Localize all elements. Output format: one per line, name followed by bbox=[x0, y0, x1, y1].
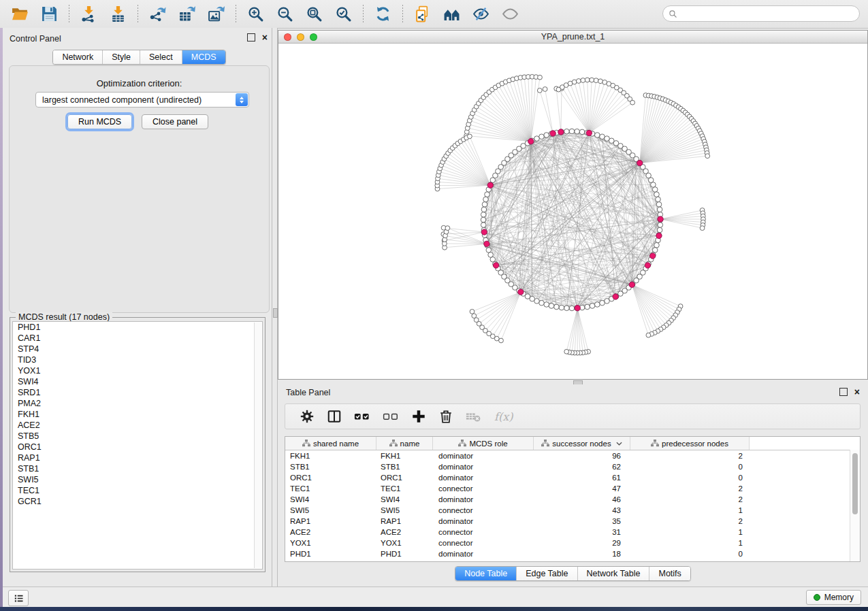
clone-network-icon[interactable] bbox=[413, 5, 432, 23]
table-cell: 2 bbox=[630, 450, 750, 461]
mcds-list-scrollbar[interactable] bbox=[254, 323, 261, 568]
table-row[interactable]: SWI5SWI5connector431 bbox=[285, 505, 860, 516]
mcds-node[interactable] bbox=[650, 253, 656, 259]
tab-motifs[interactable]: Motifs bbox=[649, 567, 690, 580]
table-row[interactable]: FKH1FKH1dominator962 bbox=[285, 450, 860, 461]
column-header-name[interactable]: name bbox=[376, 437, 433, 450]
tab-select[interactable]: Select bbox=[140, 50, 182, 64]
mcds-node[interactable] bbox=[493, 263, 498, 268]
import-table-icon[interactable] bbox=[109, 5, 127, 23]
refresh-icon[interactable] bbox=[374, 5, 392, 23]
tab-style[interactable]: Style bbox=[102, 50, 140, 64]
select-all-icon[interactable] bbox=[354, 409, 370, 424]
import-network-icon[interactable] bbox=[80, 5, 98, 23]
table-row[interactable]: STB1STB1dominator620 bbox=[285, 461, 860, 472]
search-input[interactable] bbox=[681, 7, 854, 20]
mcds-node[interactable] bbox=[658, 216, 663, 222]
mcds-result-item[interactable]: SRD1 bbox=[13, 387, 262, 398]
tab-edge-table[interactable]: Edge Table bbox=[516, 567, 577, 580]
task-history-button[interactable] bbox=[8, 590, 29, 606]
table-row[interactable]: TEC1TEC1connector472 bbox=[285, 483, 860, 494]
split-panel-icon[interactable] bbox=[327, 409, 342, 424]
mcds-result-item[interactable]: PMA2 bbox=[13, 398, 262, 409]
mcds-node[interactable] bbox=[481, 229, 487, 235]
network-overview-icon[interactable] bbox=[443, 5, 461, 23]
column-header-predecessor-nodes[interactable]: predecessor nodes bbox=[630, 437, 750, 450]
mcds-result-item[interactable]: SWI5 bbox=[13, 474, 262, 485]
run-mcds-button[interactable]: Run MCDS bbox=[67, 114, 132, 129]
mcds-node[interactable] bbox=[575, 306, 580, 311]
settings-gear-icon[interactable] bbox=[300, 409, 315, 424]
close-panel-icon[interactable]: × bbox=[262, 33, 268, 42]
open-file-icon[interactable] bbox=[11, 5, 29, 23]
show-details-icon bbox=[501, 5, 519, 23]
mcds-node[interactable] bbox=[637, 160, 643, 165]
save-icon[interactable] bbox=[40, 5, 59, 23]
mcds-node[interactable] bbox=[558, 129, 564, 135]
column-header-successor-nodes[interactable]: successor nodes bbox=[534, 437, 630, 450]
mcds-result-item[interactable]: STB1 bbox=[13, 463, 262, 474]
table-row[interactable]: YOX1YOX1connector291 bbox=[285, 538, 860, 548]
close-panel-icon[interactable]: × bbox=[854, 388, 860, 396]
column-header-shared-name[interactable]: shared name bbox=[285, 437, 376, 450]
table-row[interactable]: ORC1ORC1dominator610 bbox=[285, 472, 860, 483]
float-panel-icon[interactable] bbox=[839, 388, 848, 396]
mcds-result-item[interactable]: PHD1 bbox=[13, 322, 262, 333]
table-row[interactable]: ACE2ACE2connector311 bbox=[285, 527, 860, 538]
mcds-result-item[interactable]: CAR1 bbox=[13, 333, 262, 344]
tab-mcds[interactable]: MCDS bbox=[182, 50, 225, 64]
mcds-result-item[interactable]: STB5 bbox=[13, 431, 262, 442]
mcds-result-item[interactable]: ACE2 bbox=[13, 420, 262, 431]
mcds-result-item[interactable]: TEC1 bbox=[13, 485, 262, 496]
mcds-result-item[interactable]: STP4 bbox=[13, 344, 262, 354]
export-network-icon[interactable] bbox=[148, 5, 167, 23]
delete-column-icon[interactable] bbox=[438, 409, 453, 424]
mcds-node[interactable] bbox=[586, 130, 592, 135]
add-column-icon[interactable] bbox=[411, 409, 426, 424]
tab-network[interactable]: Network bbox=[53, 50, 102, 64]
table-row[interactable]: RAP1RAP1dominator352 bbox=[285, 516, 860, 527]
export-image-icon[interactable] bbox=[207, 5, 225, 23]
mcds-node[interactable] bbox=[645, 263, 650, 268]
horizontal-splitter[interactable] bbox=[278, 380, 868, 384]
zoom-fit-icon[interactable] bbox=[305, 5, 323, 23]
close-panel-button[interactable]: Close panel bbox=[142, 114, 208, 129]
column-header-MCDS-role[interactable]: MCDS role bbox=[433, 437, 534, 450]
table-cell: connector bbox=[433, 505, 534, 516]
mcds-result-item[interactable]: RAP1 bbox=[13, 452, 262, 463]
mcds-result-item[interactable]: ORC1 bbox=[13, 442, 262, 452]
zoom-selected-icon[interactable] bbox=[334, 5, 353, 23]
hide-details-icon[interactable] bbox=[472, 5, 490, 23]
mcds-result-item[interactable]: YOX1 bbox=[13, 365, 262, 376]
mcds-result-item[interactable]: GCR1 bbox=[13, 496, 262, 507]
table-row[interactable]: SWI4SWI4dominator462 bbox=[285, 494, 860, 505]
float-panel-icon[interactable] bbox=[247, 33, 255, 42]
mcds-node[interactable] bbox=[656, 233, 662, 238]
deselect-all-icon[interactable] bbox=[383, 409, 399, 424]
mcds-node[interactable] bbox=[484, 241, 489, 246]
scrollbar-thumb[interactable] bbox=[852, 453, 858, 514]
table-row[interactable]: PHD1PHD1dominator180 bbox=[285, 548, 860, 559]
zoom-in-icon[interactable] bbox=[246, 5, 265, 23]
mcds-result-item[interactable]: FKH1 bbox=[13, 409, 262, 420]
mcds-node[interactable] bbox=[550, 131, 556, 136]
mcds-node[interactable] bbox=[629, 282, 634, 287]
optimization-criterion-select[interactable]: largest connected component (undirected) bbox=[35, 92, 249, 108]
tab-network-table[interactable]: Network Table bbox=[577, 567, 649, 580]
tab-node-table[interactable]: Node Table bbox=[455, 567, 516, 580]
table-scrollbar[interactable] bbox=[850, 450, 860, 561]
zoom-out-icon[interactable] bbox=[276, 5, 294, 23]
network-graph[interactable] bbox=[278, 44, 867, 379]
mcds-node[interactable] bbox=[613, 294, 618, 299]
mcds-node[interactable] bbox=[528, 139, 534, 144]
mcds-node[interactable] bbox=[518, 289, 524, 295]
network-canvas[interactable] bbox=[278, 44, 867, 379]
mcds-result-item[interactable]: TID3 bbox=[13, 354, 262, 365]
table-cell bbox=[750, 461, 860, 472]
memory-button[interactable]: Memory bbox=[806, 590, 861, 605]
mcds-node[interactable] bbox=[487, 182, 493, 188]
mcds-result-item[interactable]: SWI4 bbox=[13, 376, 262, 387]
vertical-splitter[interactable] bbox=[272, 28, 278, 587]
network-window-titlebar[interactable]: YPA_prune.txt_1 bbox=[278, 31, 867, 44]
export-table-icon[interactable] bbox=[178, 5, 196, 23]
